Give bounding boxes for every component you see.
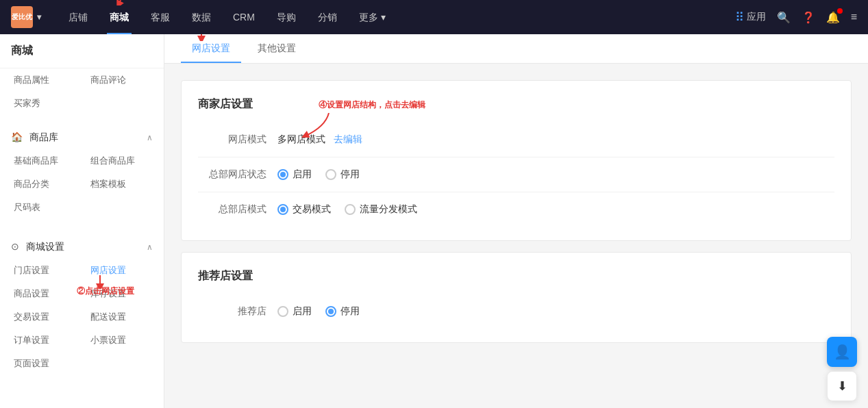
nav-customer[interactable]: 客服 bbox=[140, 0, 181, 34]
tabs-bar: 网店设置 ③点击网店设置 其他设置 bbox=[164, 34, 868, 64]
floating-support-button[interactable]: 👤 bbox=[827, 337, 857, 367]
webstore-mode-label: 网店模式 bbox=[198, 133, 266, 146]
sidebar-item-receipt-settings[interactable]: 小票设置 bbox=[82, 329, 159, 352]
recommend-enable-radio[interactable] bbox=[277, 306, 288, 317]
brand-logo-area[interactable]: 爱比优 ▾ bbox=[11, 6, 41, 28]
sidebar-item-transaction-settings[interactable]: 交易设置 bbox=[5, 305, 82, 329]
sidebar-item-combo-products[interactable]: 组合商品库 bbox=[82, 149, 159, 173]
hq-store-mode-radios: 交易模式 流量分发模式 bbox=[277, 203, 417, 216]
apps-label: 应用 bbox=[747, 11, 766, 23]
sidebar-product-lib-items: 基础商品库 组合商品库 商品分类 档案模板 尺码表 bbox=[0, 149, 164, 225]
notification-badge bbox=[837, 8, 843, 14]
hq-store-status-label: 总部网店状态 bbox=[198, 168, 266, 181]
sidebar-item-delivery-settings[interactable]: 配送设置 bbox=[82, 305, 159, 329]
recommend-store-row: 推荐店 启用 停用 bbox=[198, 297, 834, 326]
tab-other-settings[interactable]: 其他设置 bbox=[247, 34, 307, 63]
hq-traffic-mode-radio[interactable] bbox=[345, 204, 356, 215]
sidebar-section-product-lib: 🏠 商品库 ∧ 基础商品库 组合商品库 商品分类 档案模板 尺码表 bbox=[0, 120, 164, 230]
nav-data[interactable]: 数据 bbox=[181, 0, 222, 34]
nav-more[interactable]: 更多 bbox=[348, 0, 397, 34]
home-icon: 🏠 bbox=[11, 131, 23, 142]
sidebar-item-store-settings[interactable]: 门店设置 bbox=[5, 259, 82, 282]
sidebar-section-header-product-lib[interactable]: 🏠 商品库 ∧ bbox=[0, 126, 164, 149]
section-mall-settings-arrow: ∧ bbox=[147, 242, 153, 252]
hq-store-status-radios: 启用 停用 bbox=[277, 168, 360, 181]
brand-logo-text: 爱比优 bbox=[12, 12, 32, 22]
sidebar-ungrouped: 商品属性 商品评论 买家秀 bbox=[0, 68, 164, 120]
hamburger-icon[interactable]: ≡ bbox=[851, 11, 857, 23]
content-area: 网店设置 ③点击网店设置 其他设置 商家店设置 网店模式 多网店模式 bbox=[164, 34, 868, 408]
hq-store-disable-label: 停用 bbox=[340, 168, 360, 181]
floating-download-button[interactable]: ⬇ bbox=[827, 371, 857, 401]
recommend-enable-label: 启用 bbox=[293, 305, 312, 318]
brand-logo: 爱比优 bbox=[11, 6, 33, 28]
brand-dropdown-arrow[interactable]: ▾ bbox=[37, 12, 41, 22]
hq-store-status-row: 总部网店状态 启用 停用 bbox=[198, 160, 834, 189]
section-mall-settings-label: 商城设置 bbox=[26, 241, 64, 252]
sidebar-item-archive-template[interactable]: 档案模板 bbox=[82, 173, 159, 196]
sidebar-title: 商城 bbox=[0, 34, 164, 68]
recommend-store-radios: 启用 停用 bbox=[277, 305, 360, 318]
hq-transaction-mode-label: 交易模式 bbox=[293, 203, 331, 216]
sidebar-item-page-settings[interactable]: 页面设置 bbox=[5, 352, 82, 375]
hq-store-enable-radio[interactable] bbox=[277, 169, 288, 180]
arrow-2 bbox=[93, 275, 107, 289]
tab-webstore-settings[interactable]: 网店设置 ③点击网店设置 bbox=[181, 34, 241, 63]
recommend-disable-radio[interactable] bbox=[325, 306, 336, 317]
recommend-store-title: 推荐店设置 bbox=[198, 269, 834, 283]
nav-crm[interactable]: CRM bbox=[222, 0, 266, 34]
nav-distribution[interactable]: 分销 bbox=[307, 0, 348, 34]
recommend-disable-label: 停用 bbox=[340, 305, 360, 318]
nav-store[interactable]: 店铺 bbox=[58, 0, 99, 34]
hq-store-disable-radio[interactable] bbox=[325, 169, 336, 180]
sidebar-section-mall-settings: ⊙ 商城设置 ∧ 门店设置 网店设置 ②点击网店设置 商品设置 库存设置 bbox=[0, 230, 164, 386]
sidebar-item-basic-products[interactable]: 基础商品库 bbox=[5, 149, 82, 173]
apps-button[interactable]: ⠿ 应用 bbox=[735, 10, 766, 25]
sidebar-item-product-review[interactable]: 商品评论 bbox=[82, 68, 159, 92]
recommend-store-card: 推荐店设置 推荐店 启用 停用 bbox=[181, 252, 852, 343]
main-layout: 商城 商品属性 商品评论 买家秀 🏠 商品库 ∧ 基础商品库 组合商品库 商品分… bbox=[0, 34, 868, 408]
main-nav: 店铺 商城 ①点击商城 客服 数据 CRM 导购 分销 更多 bbox=[58, 0, 719, 34]
sidebar-item-buyer-show[interactable]: 买家秀 bbox=[5, 92, 82, 115]
nav-mall[interactable]: 商城 ①点击商城 bbox=[99, 0, 140, 34]
hq-transaction-mode-option[interactable]: 交易模式 bbox=[277, 203, 331, 216]
sidebar-item-webstore-settings[interactable]: 网店设置 ②点击网店设置 bbox=[82, 259, 159, 282]
section-product-lib-label: 商品库 bbox=[29, 131, 58, 142]
hq-store-enable-option[interactable]: 启用 bbox=[277, 168, 312, 181]
hq-traffic-mode-label: 流量分发模式 bbox=[360, 203, 417, 216]
recommend-disable-option[interactable]: 停用 bbox=[325, 305, 360, 318]
notification-icon[interactable]: 🔔 bbox=[826, 11, 840, 24]
sidebar-mall-settings-items: 门店设置 网店设置 ②点击网店设置 商品设置 库存设置 交易设置 配送设置 订单… bbox=[0, 259, 164, 381]
nav-guide[interactable]: 导购 bbox=[266, 0, 307, 34]
hq-store-mode-label: 总部店模式 bbox=[198, 203, 266, 216]
sidebar: 商城 商品属性 商品评论 买家秀 🏠 商品库 ∧ 基础商品库 组合商品库 商品分… bbox=[0, 34, 164, 408]
nav-right-actions: ⠿ 应用 🔍 ❓ 🔔 ≡ bbox=[735, 10, 857, 25]
sidebar-item-order-settings[interactable]: 订单设置 bbox=[5, 329, 82, 352]
recommend-enable-option[interactable]: 启用 bbox=[277, 305, 312, 318]
sidebar-item-product-settings[interactable]: 商品设置 bbox=[5, 282, 82, 305]
sidebar-item-product-category[interactable]: 商品分类 bbox=[5, 173, 82, 196]
recommend-store-label: 推荐店 bbox=[198, 305, 266, 318]
hq-store-disable-option[interactable]: 停用 bbox=[325, 168, 360, 181]
arrow-3 bbox=[195, 34, 208, 41]
arrow-4 bbox=[298, 113, 332, 138]
sidebar-item-product-attrs[interactable]: 商品属性 bbox=[5, 68, 82, 92]
search-icon[interactable]: 🔍 bbox=[777, 11, 791, 24]
section-product-lib-arrow: ∧ bbox=[147, 133, 153, 142]
edit-link[interactable]: 去编辑 bbox=[334, 133, 362, 146]
hq-store-mode-row: 总部店模式 交易模式 流量分发模式 bbox=[198, 195, 834, 224]
merchant-store-title: 商家店设置 bbox=[198, 97, 834, 112]
settings-icon: ⊙ bbox=[11, 241, 19, 252]
hq-traffic-mode-option[interactable]: 流量分发模式 bbox=[345, 203, 417, 216]
merchant-store-card: 商家店设置 网店模式 多网店模式 去编辑 ④设置网店结构，点击去编辑 bbox=[181, 80, 852, 241]
page-content: 商家店设置 网店模式 多网店模式 去编辑 ④设置网店结构，点击去编辑 bbox=[164, 64, 868, 408]
arrow-1 bbox=[108, 0, 129, 5]
hq-transaction-mode-radio[interactable] bbox=[277, 204, 288, 215]
sidebar-item-size-table[interactable]: 尺码表 bbox=[5, 196, 82, 219]
sidebar-section-header-mall-settings[interactable]: ⊙ 商城设置 ∧ bbox=[0, 235, 164, 259]
webstore-mode-value: 多网店模式 去编辑 ④设置网店结构，点击去编辑 bbox=[277, 133, 362, 146]
help-icon[interactable]: ❓ bbox=[802, 11, 815, 24]
top-navigation: 爱比优 ▾ 店铺 商城 ①点击商城 客服 数据 CRM 导购 分销 更多 ⠿ 应… bbox=[0, 0, 868, 34]
support-icon: 👤 bbox=[834, 344, 851, 360]
webstore-mode-row: 网店模式 多网店模式 去编辑 ④设置网店结构，点击去编辑 bbox=[198, 125, 834, 154]
